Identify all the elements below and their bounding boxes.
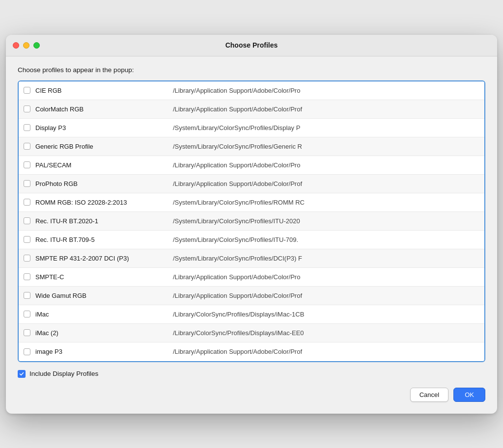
list-item: SMPTE RP 431-2-2007 DCI (P3)/System/Libr… [19,249,484,268]
profile-name: Generic RGB Profile [35,143,173,150]
profile-path: /Library/Application Support/Adobe/Color… [173,161,479,169]
close-button[interactable] [13,42,19,49]
list-item: iMac/Library/ColorSync/Profiles/Displays… [19,305,484,324]
dialog-window: Choose Profiles Choose profiles to appea… [6,35,497,414]
profile-name: Wide Gamut RGB [35,292,173,299]
profile-name: Rec. ITU-R BT.2020-1 [35,217,173,225]
profile-checkbox[interactable] [24,87,30,94]
profile-checkbox[interactable] [24,273,30,280]
window-title: Choose Profiles [225,41,278,49]
profile-checkbox[interactable] [24,311,30,317]
list-item: ROMM RGB: ISO 22028-2:2013/System/Librar… [19,193,484,212]
profile-path: /Library/ColorSync/Profiles/Displays/iMa… [173,311,479,318]
profile-name: iMac (2) [35,329,173,337]
list-item: PAL/SECAM/Library/Application Support/Ad… [19,156,484,175]
list-item: ColorMatch RGB/Library/Application Suppo… [19,100,484,119]
maximize-button[interactable] [33,42,40,49]
list-item: Rec. ITU-R BT.2020-1/System/Library/Colo… [19,212,484,231]
profile-name: PAL/SECAM [35,161,173,169]
ok-button[interactable]: OK [453,388,485,402]
profile-name: SMPTE-C [35,273,173,281]
profile-checkbox[interactable] [24,143,30,150]
profile-name: image P3 [35,348,173,355]
profile-checkbox[interactable] [24,348,30,355]
list-item: CIE RGB/Library/Application Support/Adob… [19,81,484,100]
window-content: Choose profiles to appear in the popup: … [6,56,497,414]
profile-checkbox[interactable] [24,180,30,187]
profile-name: Display P3 [35,124,173,132]
profile-name: ColorMatch RGB [35,105,173,113]
list-item: ProPhoto RGB/Library/Application Support… [19,175,484,193]
profile-checkbox[interactable] [24,292,30,299]
cancel-button[interactable]: Cancel [410,388,448,402]
profile-name: Rec. ITU-R BT.709-5 [35,236,173,243]
profile-name: SMPTE RP 431-2-2007 DCI (P3) [35,255,173,262]
profile-checkbox[interactable] [24,236,30,243]
profile-path: /Library/Application Support/Adobe/Color… [173,273,479,281]
list-item: SMPTE-C/Library/Application Support/Adob… [19,268,484,287]
list-item: Rec. ITU-R BT.709-5/System/Library/Color… [19,231,484,249]
list-item: Wide Gamut RGB/Library/Application Suppo… [19,287,484,305]
list-item: iMac (2)/Library/ColorSync/Profiles/Disp… [19,324,484,343]
profile-path: /Library/ColorSync/Profiles/Displays/iMa… [173,329,479,337]
profile-checkbox[interactable] [24,199,30,206]
profiles-list: CIE RGB/Library/Application Support/Adob… [18,80,485,362]
profile-path: /System/Library/ColorSync/Profiles/DCI(P… [173,255,479,262]
profile-path: /System/Library/ColorSync/Profiles/Displ… [173,124,479,132]
titlebar: Choose Profiles [6,35,497,56]
include-display-row: Include Display Profiles [18,370,485,378]
profile-path: /Library/Application Support/Adobe/Color… [173,180,479,187]
profile-checkbox[interactable] [24,217,30,224]
profile-name: CIE RGB [35,87,173,94]
traffic-lights [13,42,40,49]
profile-checkbox[interactable] [24,329,30,336]
list-item: image P3/Library/Application Support/Ado… [19,343,484,361]
minimize-button[interactable] [23,42,29,49]
profile-path: /System/Library/ColorSync/Profiles/ROMM … [173,199,479,206]
profile-checkbox[interactable] [24,124,30,131]
profile-checkbox[interactable] [24,105,30,112]
profile-name: ROMM RGB: ISO 22028-2:2013 [35,199,173,206]
button-row: Cancel OK [18,388,485,402]
profile-checkbox[interactable] [24,161,30,168]
profile-path: /System/Library/ColorSync/Profiles/ITU-7… [173,236,479,243]
description-text: Choose profiles to appear in the popup: [18,66,485,74]
list-item: Generic RGB Profile/System/Library/Color… [19,137,484,156]
profile-path: /System/Library/ColorSync/Profiles/Gener… [173,143,479,150]
profile-path: /Library/Application Support/Adobe/Color… [173,87,479,94]
profile-name: ProPhoto RGB [35,180,173,187]
profile-path: /Library/Application Support/Adobe/Color… [173,348,479,355]
profile-path: /Library/Application Support/Adobe/Color… [173,292,479,299]
list-item: Display P3/System/Library/ColorSync/Prof… [19,119,484,137]
include-display-checkbox[interactable] [18,370,26,378]
profile-name: iMac [35,311,173,318]
include-display-label: Include Display Profiles [29,370,98,377]
profile-path: /System/Library/ColorSync/Profiles/ITU-2… [173,217,479,225]
profile-checkbox[interactable] [24,255,30,262]
profile-path: /Library/Application Support/Adobe/Color… [173,105,479,113]
